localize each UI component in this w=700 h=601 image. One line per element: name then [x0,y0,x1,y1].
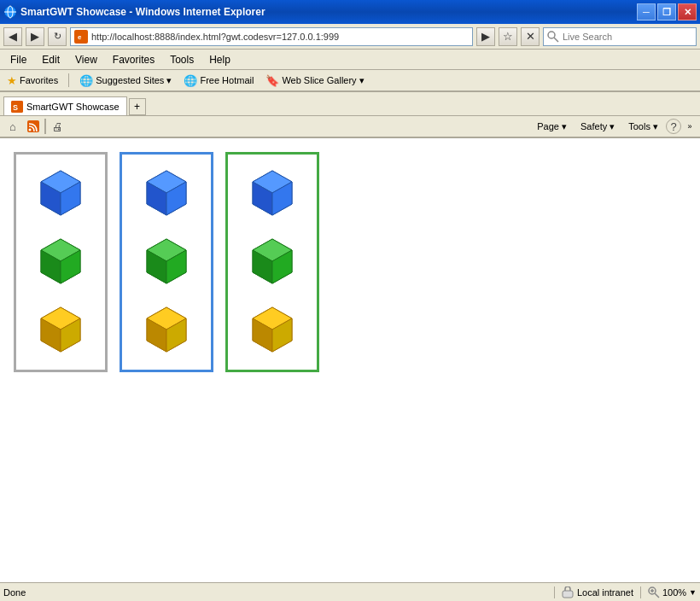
browser-window: SmartGWT Showcase - Windows Internet Exp… [0,0,700,601]
home-button[interactable]: ⌂ [3,117,22,136]
webslice-icon: 🔖 [265,74,279,87]
zone-icon [562,586,574,598]
menu-view[interactable]: View [68,52,104,67]
minimize-button[interactable]: ─ [637,3,656,20]
svg-text:S: S [13,103,18,112]
tab-icon: S [11,101,23,113]
suggested-label: Suggested Sites ▾ [96,75,172,86]
cube-card-blue[interactable] [120,152,213,372]
back-button[interactable]: ◀ [3,27,22,46]
toolbar-right: Page ▾ Safety ▾ Tools ▾ ? » [531,119,697,135]
search-input[interactable] [563,32,692,42]
blue-cube-2 [136,163,197,225]
forward-button[interactable]: ▶ [26,27,44,46]
suggested-sites-link[interactable]: 🌐 Suggested Sites ▾ [76,73,175,88]
cube-card-green[interactable] [225,152,319,372]
zoom-dropdown-icon[interactable]: ▼ [689,588,697,597]
svg-point-10 [29,129,32,131]
tools-dropdown[interactable]: Tools ▾ [622,119,664,135]
page-dropdown[interactable]: Page ▾ [531,119,573,135]
menu-help[interactable]: Help [202,52,237,67]
print-button[interactable]: 🖨 [48,117,67,136]
status-text: Done [3,587,551,598]
menu-file[interactable]: File [3,52,33,67]
tab-bar: S SmartGWT Showcase + [0,92,700,116]
address-bar: ◀ ▶ ↻ e http://localhost:8888/index.html… [0,24,700,50]
address-field[interactable]: e http://localhost:8888/index.html?gwt.c… [70,27,473,46]
page-icon: e [74,30,88,44]
green-cube-1 [30,231,91,293]
active-tab[interactable]: S SmartGWT Showcase [3,96,127,115]
favorites-label: Favorites [20,75,58,85]
gold-cube-3 [242,300,303,361]
content-area [0,138,700,582]
toolbar-left: ⌂ 🖨 [3,117,67,136]
separator-v1 [44,119,46,134]
menu-tools[interactable]: Tools [163,52,201,67]
green-cube-3 [242,231,303,293]
security-zone: Local intranet [554,586,633,598]
window-controls: ─ ❐ ✕ [637,3,697,20]
hotmail-label: Free Hotmail [200,75,254,85]
menu-bar: File Edit View Favorites Tools Help [0,50,700,70]
help-button[interactable]: ? [666,119,681,134]
menu-favorites[interactable]: Favorites [106,52,161,67]
green-cube-2 [136,231,197,293]
stop-button[interactable]: ✕ [521,27,540,46]
blue-cube-1 [30,163,91,225]
url-text: http://localhost:8888/index.html?gwt.cod… [91,32,339,42]
gold-cube-1 [30,300,91,361]
cube-card-gray[interactable] [14,152,108,372]
separator-1 [68,73,69,87]
favorites-button[interactable]: ★ Favorites [3,73,61,88]
window-title: SmartGWT Showcase - Windows Internet Exp… [20,6,637,18]
web-slice-label: Web Slice Gallery ▾ [282,75,364,86]
zoom-label: 100% [662,587,686,598]
close-button[interactable]: ✕ [678,3,697,20]
new-tab-button[interactable]: + [129,98,146,115]
menu-edit[interactable]: Edit [35,52,67,67]
tab-label: SmartGWT Showcase [26,102,120,112]
svg-line-49 [655,593,659,598]
free-hotmail-link[interactable]: 🌐 Free Hotmail [180,73,257,88]
status-right: Local intranet 100% ▼ [554,586,697,598]
web-slice-link[interactable]: 🔖 Web Slice Gallery ▾ [262,73,367,88]
go-button[interactable]: ▶ [476,27,495,46]
zone-label: Local intranet [577,587,633,598]
add-favorite-button[interactable]: ☆ [499,27,517,46]
refresh-button[interactable]: ↻ [48,27,67,46]
search-box[interactable] [543,27,697,46]
toolbar-row: ⌂ 🖨 Page ▾ Safety ▾ Tools ▾ [0,116,700,138]
status-bar: Done Local intranet 100% ▼ [0,582,700,601]
safety-dropdown[interactable]: Safety ▾ [575,119,621,135]
feed-button[interactable] [24,117,43,136]
zoom-control[interactable]: 100% ▼ [640,586,697,598]
browser-icon [3,5,17,19]
svg-point-5 [548,32,555,38]
search-icon [547,31,559,43]
expand-button[interactable]: » [683,120,697,133]
suggested-icon: 🌐 [79,74,93,87]
title-bar: SmartGWT Showcase - Windows Internet Exp… [0,0,700,24]
safety-label: Safety ▾ [580,121,615,132]
svg-text:e: e [78,33,82,41]
tools-label: Tools ▾ [628,121,658,132]
restore-button[interactable]: ❐ [657,3,676,20]
favorites-bar: ★ Favorites 🌐 Suggested Sites ▾ 🌐 Free H… [0,70,700,92]
svg-line-6 [554,38,558,42]
blue-cube-3 [242,163,303,225]
gold-cube-2 [136,300,197,361]
svg-rect-47 [563,591,573,598]
zoom-icon [648,586,660,598]
page-label: Page ▾ [537,121,567,132]
star-icon: ★ [7,74,17,87]
hotmail-icon: 🌐 [184,74,197,87]
